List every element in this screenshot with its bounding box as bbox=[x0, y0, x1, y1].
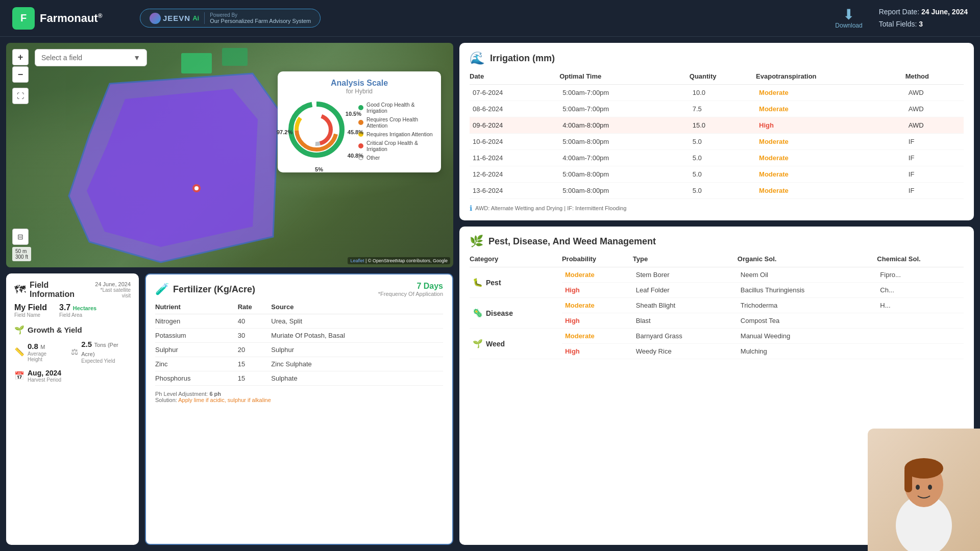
pdw-col-organic: Organic Sol. bbox=[738, 255, 877, 267]
fert-rate: 15 bbox=[238, 371, 272, 386]
pdw-type: Stem Borer bbox=[633, 267, 738, 283]
fert-nutrient: Phosphorus bbox=[155, 371, 238, 386]
irrigation-card: 🌊 Irrigation (mm) Date Optimal Time Quan… bbox=[459, 43, 974, 220]
pdw-col-category: Category bbox=[470, 255, 562, 267]
fertilizer-title: Fertilizer (Kg/Acre) bbox=[173, 284, 255, 295]
irr-row: 08-6-2024 5:00am-7:00pm 7.5 Moderate AWD bbox=[470, 101, 964, 117]
legend-item-irrigation: Requires Irrigation Attention bbox=[358, 131, 433, 137]
field-select[interactable]: Select a field ▼ bbox=[35, 49, 147, 66]
donut-chart: 97.2% 10.5% 45.8% 40.8% 5% bbox=[286, 99, 352, 165]
pdw-prob: High bbox=[562, 313, 633, 329]
irr-evap: Moderate bbox=[756, 150, 905, 166]
irr-col-qty: Quantity bbox=[690, 72, 756, 85]
download-icon: ⬇ bbox=[843, 8, 854, 22]
growth-stats: 📏 0.8 M Average Height ⚖ bbox=[14, 340, 131, 364]
map-controls: + − ⛶ bbox=[12, 49, 29, 104]
irr-time: 5:00am-7:00pm bbox=[559, 85, 690, 101]
fert-rate: 20 bbox=[238, 343, 272, 357]
download-button[interactable]: ⬇ Download bbox=[835, 8, 862, 29]
irr-qty: 5.0 bbox=[690, 134, 756, 150]
fert-row: Nitrogen 40 Urea, Split bbox=[155, 314, 443, 329]
field-info-header: 🗺 Field Information 24 June, 2024 *Last … bbox=[14, 281, 131, 299]
pdw-prob: Moderate bbox=[562, 267, 633, 283]
fert-rate: 40 bbox=[238, 314, 272, 329]
fullscreen-button[interactable]: ⛶ bbox=[12, 88, 29, 104]
weed-icon: 🌱 bbox=[473, 339, 483, 348]
irr-col-evap: Evapotranspiration bbox=[756, 72, 905, 85]
field-info-card: 🗺 Field Information 24 June, 2024 *Last … bbox=[6, 273, 139, 545]
irr-method: IF bbox=[905, 183, 964, 199]
pdw-icon: 🌿 bbox=[470, 235, 483, 248]
field-name-row: My Field Field Name 3.7 Hectares Field A… bbox=[14, 303, 131, 318]
irr-date: 13-6-2024 bbox=[470, 183, 559, 199]
fert-col-source: Source bbox=[271, 303, 443, 314]
pdw-organic: Neem Oil bbox=[738, 267, 877, 283]
fert-nutrient: Sulphur bbox=[155, 343, 238, 357]
main-content: + − ⛶ Select a field ▼ ⊟ 50 m 300 ft Lea… bbox=[0, 37, 980, 551]
avatar-background bbox=[868, 429, 980, 551]
fertilizer-footer: Ph Level Adjustment: 6 ph Solution: Appl… bbox=[155, 391, 443, 403]
zoom-out-button[interactable]: − bbox=[12, 66, 29, 83]
pdw-organic: Manual Weeding bbox=[738, 329, 877, 344]
layer-button[interactable]: ⊟ bbox=[12, 229, 29, 245]
calendar-icon: 📅 bbox=[14, 371, 24, 381]
pdw-chemical: Ch... bbox=[877, 283, 964, 298]
jeevn-badge: JEEVN Ai Powered By Our Personalized Far… bbox=[140, 9, 321, 28]
height-stat: 📏 0.8 M Average Height bbox=[14, 340, 61, 364]
irr-time: 5:00am-7:00pm bbox=[559, 101, 690, 117]
pdw-prob: High bbox=[562, 283, 633, 298]
analysis-scale-overlay: Analysis Scale for Hybrid bbox=[278, 71, 441, 172]
fertilizer-card: 🧪 Fertilizer (Kg/Acre) 7 Days *Frequency… bbox=[145, 273, 453, 545]
pdw-type: Weedy Rice bbox=[633, 344, 738, 359]
pdw-chemical bbox=[877, 344, 964, 359]
legend-item-good: Good Crop Health & Irrigation bbox=[358, 102, 433, 114]
fert-rate: 15 bbox=[238, 357, 272, 371]
fert-row: Zinc 15 Zinc Sulphate bbox=[155, 357, 443, 371]
irr-col-time: Optimal Time bbox=[559, 72, 690, 85]
fertilizer-header: 🧪 Fertilizer (Kg/Acre) 7 Days *Frequency… bbox=[155, 282, 443, 297]
zoom-in-button[interactable]: + bbox=[12, 49, 29, 65]
fert-source: Muriate Of Potash, Basal bbox=[271, 329, 443, 343]
irr-time: 5:00am-8:00pm bbox=[559, 134, 690, 150]
irr-qty: 7.5 bbox=[690, 101, 756, 117]
analysis-subtitle: for Hybrid bbox=[286, 88, 433, 95]
fertilizer-icon: 🧪 bbox=[155, 283, 169, 296]
pdw-chemical: Fipro... bbox=[877, 267, 964, 283]
legend-dot-crop bbox=[358, 120, 363, 125]
map-container[interactable]: + − ⛶ Select a field ▼ ⊟ 50 m 300 ft Lea… bbox=[6, 43, 453, 267]
growth-header: 🌱 Growth & Yield bbox=[14, 325, 131, 335]
avatar-overlay bbox=[868, 429, 980, 551]
farmonaut-logo-icon: F bbox=[12, 7, 35, 30]
label-45: 45.8% bbox=[348, 129, 363, 135]
fert-nutrient: Potassium bbox=[155, 329, 238, 343]
pdw-organic: Mulching bbox=[738, 344, 877, 359]
irr-evap: Moderate bbox=[756, 85, 905, 101]
irr-qty: 5.0 bbox=[690, 166, 756, 183]
jeevn-powered: Powered By Our Personalized Farm Advisor… bbox=[204, 12, 311, 24]
info-icon: ℹ bbox=[470, 204, 472, 212]
fert-col-nutrient: Nutrient bbox=[155, 303, 238, 314]
irrigation-header: 🌊 Irrigation (mm) bbox=[470, 51, 964, 65]
pdw-prob: Moderate bbox=[562, 298, 633, 313]
pdw-chemical bbox=[877, 313, 964, 329]
irr-row: 13-6-2024 5:00am-8:00pm 5.0 Moderate IF bbox=[470, 183, 964, 199]
bottom-row: 🗺 Field Information 24 June, 2024 *Last … bbox=[0, 267, 459, 551]
pdw-category-pest: 🐛 Pest bbox=[470, 267, 562, 298]
field-name-stat: My Field Field Name bbox=[14, 303, 47, 318]
fert-row: Sulphur 20 Sulphur bbox=[155, 343, 443, 357]
irr-qty: 15.0 bbox=[690, 117, 756, 134]
pdw-prob: High bbox=[562, 344, 633, 359]
pdw-type: Barnyard Grass bbox=[633, 329, 738, 344]
pdw-col-chemical: Chemical Sol. bbox=[877, 255, 964, 267]
svg-rect-0 bbox=[181, 53, 212, 73]
harvest-row: 📅 Aug, 2024 Harvest Period bbox=[14, 369, 131, 383]
fert-source: Sulphate bbox=[271, 371, 443, 386]
irr-row: 09-6-2024 4:00am-8:00pm 15.0 High AWD bbox=[470, 117, 964, 134]
growth-title: Growth & Yield bbox=[28, 325, 82, 334]
legend-dot-critical bbox=[358, 143, 363, 148]
fertilizer-table: Nutrient Rate Source Nitrogen 40 Urea, S… bbox=[155, 303, 443, 386]
yield-stat: ⚖ 2.5 Tons (Per Acre) Expected Yield bbox=[71, 340, 131, 364]
fert-rate: 30 bbox=[238, 329, 272, 343]
pdw-row: 🦠 Disease Moderate Sheath Blight Trichod… bbox=[470, 298, 964, 313]
irr-qty: 5.0 bbox=[690, 150, 756, 166]
